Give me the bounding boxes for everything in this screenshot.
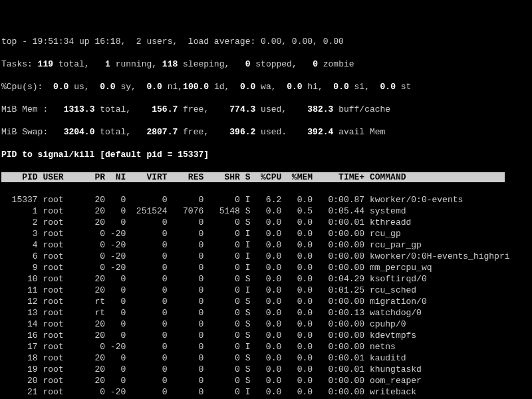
column-headers-text: PID USER PR NI VIRT RES SHR S %CPU %MEM … [1, 172, 505, 182]
swap-total: 3204.0 [64, 127, 95, 137]
cpu-si: 0.0 [333, 82, 348, 92]
process-row[interactable]: 11 root 20 0 0 0 0 I 0.0 0.0 0:01.25 rcu… [1, 285, 531, 296]
cpu-ni: 0.0 [146, 82, 162, 92]
swap-avail: 392.4 [307, 127, 333, 137]
process-row[interactable]: 10 root 20 0 0 0 0 S 0.0 0.0 0:04.29 kso… [1, 273, 531, 285]
summary-cpu: %Cpu(s): 0.0 us, 0.0 sy, 0.0 ni,100.0 id… [1, 81, 531, 92]
process-row[interactable]: 2 root 20 0 0 0 0 S 0.0 0.0 0:00.01 kthr… [1, 217, 531, 228]
process-row[interactable]: 1 root 20 0 251524 7076 5148 S 0.0 0.5 0… [1, 205, 531, 217]
cpu-hi: 0.0 [287, 82, 302, 92]
process-row[interactable]: 4 root 0 -20 0 0 0 I 0.0 0.0 0:00.00 rcu… [1, 239, 531, 251]
summary-tasks: Tasks: 119 total, 1 running, 118 sleepin… [1, 59, 531, 70]
tasks-zombie: 0 [313, 59, 318, 69]
process-row[interactable]: 18 root 20 0 0 0 0 S 0.0 0.0 0:00.01 kau… [1, 352, 531, 364]
swap-free: 2807.7 [146, 127, 178, 137]
cpu-sy: 0.0 [100, 82, 115, 92]
mem-used: 774.3 [229, 104, 255, 114]
process-row[interactable]: 19 root 20 0 0 0 0 S 0.0 0.0 0:00.01 khu… [1, 364, 531, 375]
process-row[interactable]: 15337 root 20 0 0 0 0 I 6.2 0.0 0:00.87 … [1, 194, 531, 205]
cpu-id: 100.0 [183, 82, 209, 92]
tasks-total: 119 [38, 59, 53, 69]
tasks-stopped: 0 [245, 59, 251, 69]
cpu-us: 0.0 [53, 82, 68, 92]
process-row[interactable]: 21 root 0 -20 0 0 0 I 0.0 0.0 0:00.00 wr… [1, 386, 531, 398]
mem-free: 156.7 [152, 104, 178, 114]
summary-swap: MiB Swap: 3204.0 total, 2807.7 free, 396… [1, 126, 531, 138]
process-row[interactable]: 12 root rt 0 0 0 0 S 0.0 0.0 0:00.00 mig… [1, 296, 531, 307]
process-row[interactable]: 3 root 0 -20 0 0 0 I 0.0 0.0 0:00.00 rcu… [1, 228, 531, 239]
process-row[interactable]: 20 root 20 0 0 0 0 S 0.0 0.0 0:00.00 oom… [1, 375, 531, 386]
mem-buff: 382.3 [307, 104, 333, 114]
process-row[interactable]: 9 root 0 -20 0 0 0 I 0.0 0.0 0:00.00 mm_… [1, 262, 531, 273]
process-row[interactable]: 14 root 20 0 0 0 0 S 0.0 0.0 0:00.00 cpu… [1, 319, 531, 330]
summary-uptime: top - 19:51:34 up 16:18, 2 users, load a… [1, 36, 531, 47]
mem-total: 1313.3 [64, 104, 95, 114]
cpu-wa: 0.0 [240, 82, 255, 92]
summary-mem: MiB Mem : 1313.3 total, 156.7 free, 774.… [1, 104, 531, 115]
swap-used: 396.2 [229, 127, 255, 137]
process-list[interactable]: 15337 root 20 0 0 0 0 I 6.2 0.0 0:00.87 … [1, 194, 531, 399]
process-row[interactable]: 6 root 0 -20 0 0 0 I 0.0 0.0 0:00.00 kwo… [1, 251, 531, 262]
column-headers: PID USER PR NI VIRT RES SHR S %CPU %MEM … [1, 172, 531, 183]
process-row[interactable]: 13 root rt 0 0 0 0 S 0.0 0.0 0:00.13 wat… [1, 307, 531, 319]
cpu-st: 0.0 [380, 82, 396, 92]
kill-prompt[interactable]: PID to signal/kill [default pid = 15337] [1, 149, 531, 160]
process-row[interactable]: 16 root 20 0 0 0 0 S 0.0 0.0 0:00.00 kde… [1, 330, 531, 341]
tasks-running: 1 [105, 59, 110, 69]
process-row[interactable]: 17 root 0 -20 0 0 0 I 0.0 0.0 0:00.00 ne… [1, 341, 531, 352]
tasks-sleeping: 118 [162, 59, 178, 69]
